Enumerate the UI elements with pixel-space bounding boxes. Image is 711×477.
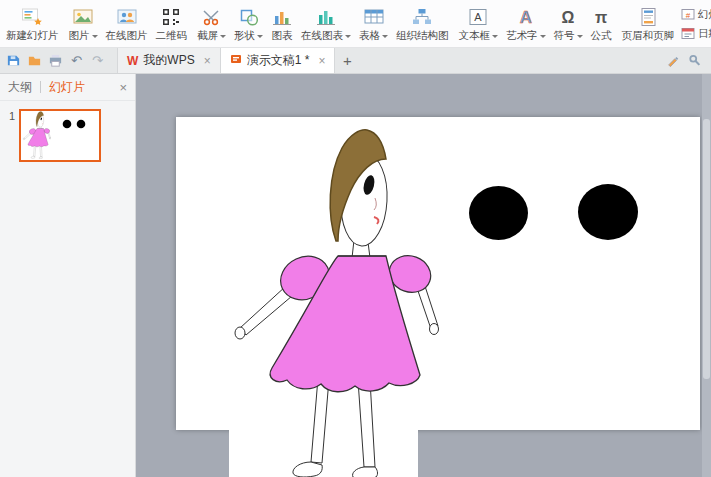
dropdown-caret-icon	[220, 35, 226, 38]
ribbon-button-screenshot[interactable]: 截屏	[193, 1, 230, 47]
ribbon-button-label: 页眉和页脚	[622, 29, 675, 43]
qr-code-icon	[161, 5, 181, 29]
ribbon-button-label: 二维码	[156, 29, 188, 43]
slides-sidebar: 大纲 幻灯片 × 1	[0, 74, 136, 477]
tab-close-icon[interactable]: ×	[318, 54, 325, 68]
wordart-icon: A	[516, 5, 536, 29]
slide-thumbnail-preview	[21, 111, 99, 160]
online-chart-icon	[315, 5, 337, 29]
new-slide-icon	[21, 5, 43, 29]
svg-text:π: π	[595, 9, 607, 26]
dropdown-caret-icon	[92, 35, 98, 38]
dropdown-caret-icon	[257, 35, 263, 38]
ribbon-button-online-chart[interactable]: 在线图表	[297, 1, 355, 47]
ribbon-button-header-footer[interactable]: 页眉和页脚	[618, 1, 679, 47]
save-icon[interactable]	[4, 51, 23, 70]
ribbon-button-label: 形状	[234, 29, 255, 43]
ribbon-button-symbol[interactable]: Ω 符号	[550, 1, 587, 47]
screenshot-icon	[202, 5, 222, 29]
ribbon-button-label: 文本框	[459, 29, 491, 43]
svg-text:A: A	[520, 8, 532, 27]
online-picture-icon	[116, 5, 138, 29]
editing-canvas	[136, 74, 711, 477]
sidebar-header: 大纲 幻灯片 ×	[0, 74, 135, 101]
ribbon-button-label: 公式	[591, 29, 612, 43]
table-icon	[363, 5, 385, 29]
ribbon: 新建幻灯片 图片 在线图片 二维码 截屏	[0, 0, 711, 48]
vertical-scrollbar[interactable]	[702, 74, 711, 477]
slide-number-icon: #	[681, 8, 695, 21]
ribbon-button-label: 日期和时间	[698, 27, 711, 41]
ribbon-button-label: 图表	[272, 29, 293, 43]
tab-label: 我的WPS	[143, 52, 194, 69]
ribbon-button-picture[interactable]: 图片	[65, 1, 102, 47]
ribbon-button-label: 在线图片	[106, 29, 148, 43]
sidebar-close-icon[interactable]: ×	[119, 80, 127, 95]
brush-icon[interactable]	[666, 53, 680, 68]
dropdown-caret-icon	[345, 35, 351, 38]
ribbon-button-qr-code[interactable]: 二维码	[152, 1, 192, 47]
wrench-icon[interactable]	[688, 53, 702, 68]
ribbon-button-formula[interactable]: π 公式	[587, 1, 616, 47]
tab-my-wps[interactable]: W 我的WPS ×	[117, 48, 221, 73]
undo-icon[interactable]: ↶	[67, 51, 86, 70]
sidebar-tab-divider	[40, 81, 41, 93]
tab-presentation1[interactable]: 演示文稿1 * ×	[221, 48, 336, 73]
new-tab-button[interactable]: +	[335, 48, 359, 73]
slide-thumbnail[interactable]	[19, 109, 101, 162]
ribbon-button-chart[interactable]: 图表	[267, 1, 297, 47]
redo-icon[interactable]: ↷	[88, 51, 107, 70]
folder-icon[interactable]	[25, 51, 44, 70]
sidebar-tab-outline[interactable]: 大纲	[8, 79, 32, 96]
chart-icon	[271, 5, 293, 29]
date-time-icon	[681, 27, 695, 40]
ribbon-button-label: 在线图表	[301, 29, 343, 43]
tabbar-right-tools	[666, 48, 711, 73]
wps-presentation-window: 新建幻灯片 图片 在线图片 二维码 截屏	[0, 0, 711, 477]
black-dot-shape-2[interactable]	[578, 184, 638, 240]
shapes-icon	[239, 5, 259, 29]
ribbon-button-text-box[interactable]: A 文本框	[455, 1, 503, 47]
main-area: 大纲 幻灯片 × 1	[0, 74, 711, 477]
girl-drawing-object[interactable]	[226, 128, 441, 477]
svg-text:Ω: Ω	[562, 9, 575, 26]
ribbon-button-label: 图片	[69, 29, 90, 43]
ribbon-button-label: 幻灯片编号	[698, 8, 711, 22]
symbol-icon: Ω	[558, 5, 578, 29]
ribbon-button-new-slide[interactable]: 新建幻灯片	[2, 1, 63, 47]
formula-icon: π	[591, 5, 611, 29]
ribbon-button-shapes[interactable]: 形状	[230, 1, 267, 47]
header-footer-icon	[637, 5, 659, 29]
slide-thumbnail-number: 1	[5, 109, 15, 162]
wps-logo-icon: W	[127, 54, 138, 68]
presentation-file-icon	[230, 53, 242, 68]
dropdown-caret-icon	[382, 35, 388, 38]
ribbon-button-org-chart[interactable]: 组织结构图	[392, 1, 453, 47]
dropdown-caret-icon	[577, 35, 583, 38]
ribbon-button-label: 新建幻灯片	[6, 29, 59, 43]
print-icon[interactable]	[46, 51, 65, 70]
quick-access-toolbar: ↶ ↷	[0, 48, 111, 73]
ribbon-button-label: 符号	[554, 29, 575, 43]
ribbon-button-label: 艺术字	[506, 29, 538, 43]
text-box-icon: A	[467, 5, 489, 29]
vertical-scrollbar-thumb[interactable]	[703, 119, 710, 379]
ribbon-button-label: 截屏	[197, 29, 218, 43]
svg-text:#: #	[686, 11, 691, 20]
ribbon-button-online-picture[interactable]: 在线图片	[102, 1, 152, 47]
ribbon-button-slide-number[interactable]: # 幻灯片编号	[681, 8, 711, 22]
tab-label: 演示文稿1 *	[247, 52, 310, 69]
ribbon-button-label: 组织结构图	[396, 29, 449, 43]
slide-thumbnail-list: 1	[0, 101, 135, 162]
ribbon-right-stack: # 幻灯片编号 日期和时间	[678, 1, 711, 47]
document-tabs: W 我的WPS × 演示文稿1 * × +	[117, 48, 359, 73]
tab-close-icon[interactable]: ×	[204, 54, 211, 68]
ribbon-button-date-time[interactable]: 日期和时间	[681, 27, 711, 41]
picture-icon	[72, 5, 94, 29]
ribbon-button-table[interactable]: 表格	[355, 1, 392, 47]
svg-text:A: A	[475, 11, 483, 23]
black-dot-shape-1[interactable]	[469, 186, 528, 240]
org-chart-icon	[411, 5, 433, 29]
sidebar-tab-slides[interactable]: 幻灯片	[49, 79, 85, 96]
ribbon-button-wordart[interactable]: A 艺术字	[502, 1, 550, 47]
